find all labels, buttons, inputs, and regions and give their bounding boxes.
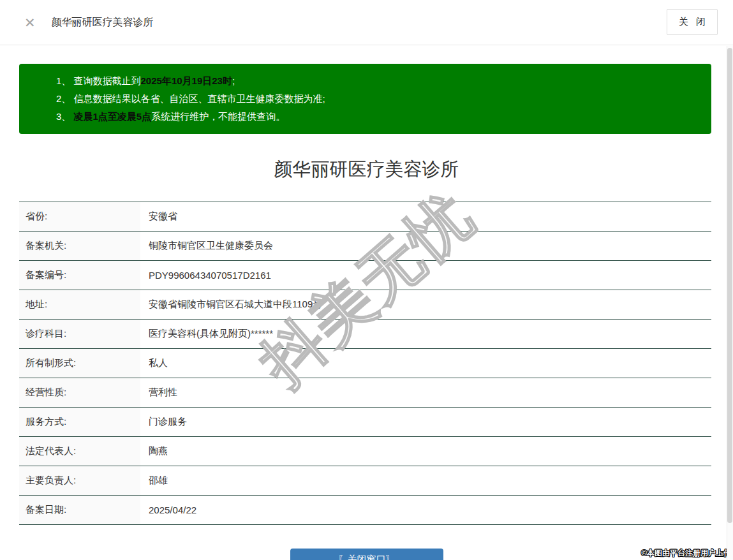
row-value: 安徽省	[140, 202, 177, 231]
row-label: 所有制形式:	[19, 349, 140, 378]
notice-text: 信息数据结果以各省、自治区、直辖市卫生健康委数据为准;	[74, 93, 325, 104]
detail-table: 省份:安徽省备案机关:铜陵市铜官区卫生健康委员会备案编号:PDY99606434…	[19, 202, 711, 525]
row-value: 陶燕	[140, 437, 168, 466]
row-label: 主要负责人:	[19, 466, 140, 495]
row-label: 省份:	[19, 202, 140, 231]
row-value: 邵雄	[140, 466, 168, 495]
table-row: 经营性质:营利性	[19, 378, 711, 408]
table-row: 法定代表人:陶燕	[19, 437, 711, 466]
notice-text: 系统进行维护，不能提供查询。	[151, 111, 285, 122]
notice-line: 3、 凌晨1点至凌晨5点系统进行维护，不能提供查询。	[56, 108, 699, 126]
row-label: 服务方式:	[19, 408, 140, 436]
close-icon[interactable]: ✕	[24, 16, 36, 29]
notice-text: 查询数据截止到	[74, 75, 141, 86]
row-label: 备案机关:	[19, 232, 140, 260]
row-value: PDY99606434070517D2161	[140, 261, 271, 290]
table-row: 省份:安徽省	[19, 202, 711, 232]
notice-line: 2、 信息数据结果以各省、自治区、直辖市卫生健康委数据为准;	[56, 90, 699, 108]
row-value: 私人	[140, 349, 168, 378]
row-label: 地址:	[19, 290, 140, 319]
scrollbar-track[interactable]	[727, 46, 733, 560]
top-bar: ✕ 颜华丽研医疗美容诊所 关 闭	[0, 0, 733, 45]
row-value: 安徽省铜陵市铜官区石城大道中段1109号	[140, 290, 322, 319]
row-label: 备案日期:	[19, 496, 140, 524]
table-row: 备案编号:PDY99606434070517D2161	[19, 261, 711, 290]
table-row: 诊疗科目:医疗美容科(具体见附页)******	[19, 320, 711, 349]
table-row: 服务方式:门诊服务	[19, 408, 711, 437]
notice-bold-text: 凌晨1点至凌晨5点	[74, 111, 152, 122]
page-title: 颜华丽研医疗美容诊所	[0, 157, 733, 182]
notice-text: ;	[232, 75, 235, 86]
row-label: 诊疗科目:	[19, 320, 140, 348]
notice-line-number: 1、	[56, 75, 74, 86]
notice-bold-text: 2025年10月19日23时	[141, 75, 232, 86]
button-row: 〖关闭窗口〗	[0, 549, 733, 560]
table-row: 备案机关:铜陵市铜官区卫生健康委员会	[19, 232, 711, 261]
scrollbar-thumb[interactable]	[727, 48, 732, 523]
row-label: 经营性质:	[19, 378, 140, 407]
row-value: 2025/04/22	[140, 496, 196, 524]
corner-watermark: ©本图由平台注册用户上传	[641, 548, 731, 559]
notice-line-number: 3、	[56, 111, 74, 122]
notice-line: 1、 查询数据截止到2025年10月19日23时;	[56, 72, 699, 90]
close-window-button[interactable]: 〖关闭窗口〗	[290, 549, 443, 560]
table-row: 所有制形式:私人	[19, 349, 711, 378]
table-row: 主要负责人:邵雄	[19, 466, 711, 496]
table-row: 备案日期:2025/04/22	[19, 496, 711, 525]
row-value: 营利性	[140, 378, 177, 407]
notice-box: 1、 查询数据截止到2025年10月19日23时;2、 信息数据结果以各省、自治…	[19, 64, 711, 134]
row-value: 门诊服务	[140, 408, 187, 436]
row-label: 备案编号:	[19, 261, 140, 290]
table-row: 地址:安徽省铜陵市铜官区石城大道中段1109号	[19, 290, 711, 320]
row-value: 铜陵市铜官区卫生健康委员会	[140, 232, 273, 260]
row-label: 法定代表人:	[19, 437, 140, 466]
window-title: 颜华丽研医疗美容诊所	[52, 16, 154, 29]
row-value: 医疗美容科(具体见附页)******	[140, 320, 273, 348]
notice-line-number: 2、	[56, 93, 74, 104]
close-button[interactable]: 关 闭	[667, 9, 718, 35]
